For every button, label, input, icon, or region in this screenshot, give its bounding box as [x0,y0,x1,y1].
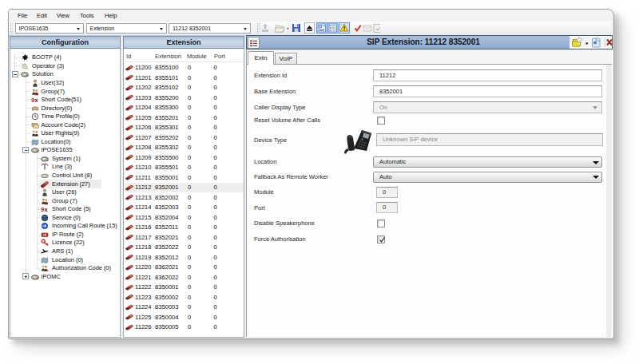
svg-text:x: x [44,206,48,213]
svg-text:x: x [34,97,38,104]
